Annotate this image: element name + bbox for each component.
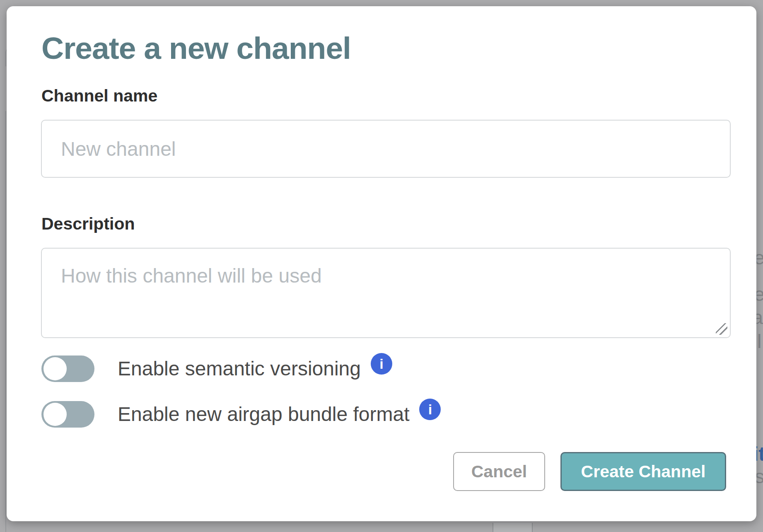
create-channel-modal: Create a new channel Channel name Descri… [7, 6, 756, 521]
screen: { "modal": { "title": "Create a new chan… [0, 0, 763, 532]
semantic-versioning-toggle[interactable] [41, 355, 94, 382]
modal-title: Create a new channel [41, 31, 351, 65]
modal-footer: Cancel Create Channel [453, 452, 726, 491]
semantic-versioning-row: Enable semantic versioning i [41, 355, 392, 382]
toggle-knob [43, 357, 67, 380]
description-field-wrapper [41, 248, 731, 338]
backdrop-card-border [5, 111, 6, 532]
cancel-button[interactable]: Cancel [453, 452, 545, 491]
backdrop-text-fragment: l [757, 331, 761, 351]
description-label: Description [41, 215, 135, 233]
toggle-knob [43, 403, 67, 426]
channel-name-input[interactable] [41, 120, 731, 178]
airgap-bundle-label: Enable new airgap bundle format [118, 404, 409, 424]
airgap-bundle-toggle[interactable] [41, 401, 94, 428]
backdrop-table-cell [493, 523, 533, 532]
semantic-versioning-label: Enable semantic versioning [118, 359, 361, 379]
description-textarea[interactable] [41, 248, 731, 338]
channel-name-label: Channel name [41, 87, 157, 105]
info-icon[interactable]: i [371, 353, 392, 375]
airgap-bundle-row: Enable new airgap bundle format i [41, 401, 441, 428]
create-channel-button[interactable]: Create Channel [560, 452, 726, 491]
info-icon[interactable]: i [419, 399, 441, 420]
